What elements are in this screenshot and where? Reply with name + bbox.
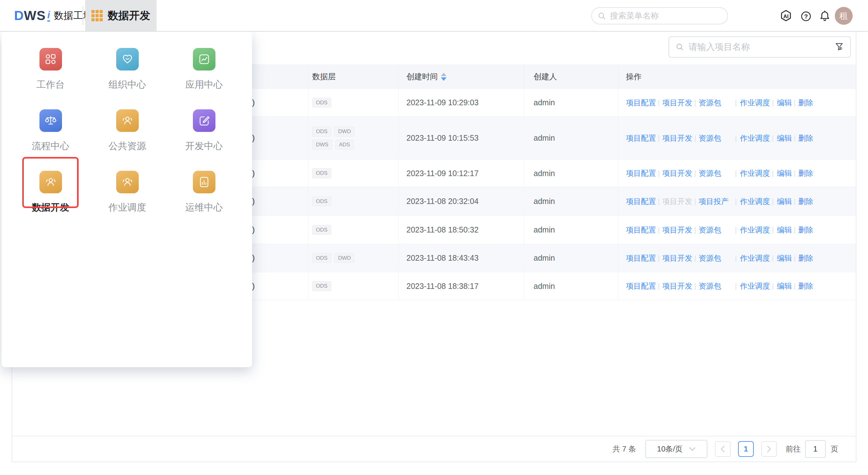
data-layer-tag: ODS: [312, 98, 331, 108]
avatar[interactable]: 租: [835, 7, 852, 25]
action-link[interactable]: 项目配置: [626, 253, 656, 263]
action-link[interactable]: 删除: [798, 98, 813, 108]
chart-icon: [198, 176, 210, 188]
current-page-button[interactable]: 1: [738, 441, 754, 457]
action-link[interactable]: 删除: [798, 281, 813, 291]
help-icon[interactable]: ?: [799, 9, 813, 23]
cell-actions: 项目配置|项目开发|资源包|作业调度|编辑|删除: [618, 244, 856, 272]
data-layer-tag: ODS: [312, 197, 331, 206]
action-separator: |: [792, 99, 799, 107]
action-separator: |: [692, 282, 699, 290]
action-link[interactable]: 项目配置: [626, 168, 656, 178]
apps-grid-icon: [91, 10, 103, 21]
action-link[interactable]: 删除: [798, 133, 813, 143]
ai-assistant-icon[interactable]: AI: [778, 9, 794, 24]
action-link[interactable]: 资源包: [699, 253, 721, 263]
sort-carets[interactable]: [441, 73, 446, 81]
action-separator: |: [692, 134, 699, 142]
project-search-input[interactable]: 请输入项目名称: [669, 36, 851, 58]
action-separator: |: [770, 134, 777, 142]
app-icon-tile: [116, 171, 139, 193]
heart-icon: [121, 53, 134, 65]
cell-actions: 项目配置|项目开发|资源包|作业调度|编辑|删除: [618, 117, 856, 159]
action-link[interactable]: 作业调度: [740, 168, 770, 178]
app-menu-item[interactable]: 工作台: [12, 48, 89, 91]
goto-label: 前往: [786, 444, 801, 454]
action-link[interactable]: 项目投产: [699, 197, 728, 206]
action-separator: |: [656, 169, 663, 177]
next-page-button[interactable]: [761, 441, 777, 457]
action-link[interactable]: 编辑: [777, 168, 792, 178]
menu-search-placeholder: 搜索菜单名称: [610, 10, 659, 21]
menu-search-input[interactable]: 搜索菜单名称: [591, 7, 728, 24]
app-menu-item[interactable]: 开发中心: [166, 109, 242, 153]
cell-created-time: 2023-11-08 18:38:17: [399, 272, 524, 300]
active-app-tab[interactable]: 数据开发: [85, 0, 157, 31]
action-link[interactable]: 项目配置: [626, 281, 656, 291]
action-link[interactable]: 资源包: [699, 225, 721, 235]
people-icon: [121, 176, 134, 188]
data-layer-tag: ODS: [312, 168, 331, 178]
action-link[interactable]: 项目配置: [626, 197, 656, 206]
prev-page-button[interactable]: [715, 441, 731, 457]
action-link[interactable]: 资源包: [699, 98, 721, 108]
app-menu-item[interactable]: 公共资源: [89, 109, 166, 153]
cell-creator: admin: [524, 272, 618, 300]
action-separator: |: [692, 226, 699, 234]
top-bar: DWS i 数据工坊 数据开发 搜索菜单名称 AI ? 租: [0, 0, 868, 32]
action-link[interactable]: 编辑: [777, 225, 792, 235]
action-separator: |: [792, 169, 799, 177]
action-separator: |: [733, 198, 740, 206]
action-link[interactable]: 作业调度: [740, 98, 770, 108]
action-separator: |: [733, 254, 740, 262]
goto-page-input[interactable]: 1: [805, 440, 826, 458]
action-link[interactable]: 作业调度: [740, 133, 770, 143]
logo: DWS i 数据工坊: [14, 0, 93, 31]
action-link[interactable]: 编辑: [777, 197, 792, 206]
action-link[interactable]: 项目配置: [626, 133, 656, 143]
notification-bell-icon[interactable]: [818, 9, 832, 23]
action-separator: |: [770, 169, 777, 177]
app-menu-item-label: 运维中心: [185, 201, 223, 214]
action-link[interactable]: 项目开发: [662, 168, 692, 178]
action-link[interactable]: 作业调度: [740, 225, 770, 235]
page-size-select[interactable]: 10条/页: [645, 440, 707, 458]
action-link[interactable]: 项目开发: [662, 281, 692, 291]
action-link[interactable]: 资源包: [699, 168, 721, 178]
action-link[interactable]: 资源包: [699, 133, 721, 143]
app-menu-item[interactable]: 组织中心: [89, 48, 166, 91]
header-creator: 创建人: [524, 64, 618, 89]
sort-asc-icon[interactable]: [441, 73, 446, 76]
action-link[interactable]: 项目开发: [662, 98, 692, 108]
app-icon-tile: [193, 109, 215, 132]
filter-icon[interactable]: [835, 42, 844, 52]
data-layer-tag: ADS: [335, 140, 354, 150]
app-menu-item[interactable]: 作业调度: [89, 171, 166, 214]
app-menu-item[interactable]: 流程中心: [12, 109, 89, 153]
action-link[interactable]: 删除: [798, 197, 813, 206]
action-link[interactable]: 编辑: [777, 253, 792, 263]
action-link[interactable]: 资源包: [699, 281, 721, 291]
active-app-label: 数据开发: [108, 8, 150, 23]
people-icon: [121, 114, 134, 127]
action-link[interactable]: 项目配置: [626, 225, 656, 235]
action-link[interactable]: 项目配置: [626, 98, 656, 108]
action-link[interactable]: 作业调度: [740, 253, 770, 263]
action-link[interactable]: 编辑: [777, 98, 792, 108]
sort-desc-icon[interactable]: [441, 78, 446, 81]
action-link[interactable]: 删除: [798, 253, 813, 263]
action-link[interactable]: 删除: [798, 168, 813, 178]
action-link[interactable]: 项目开发: [662, 253, 692, 263]
app-menu-item[interactable]: 运维中心: [166, 171, 242, 214]
action-link[interactable]: 删除: [798, 225, 813, 235]
action-link[interactable]: 作业调度: [740, 281, 770, 291]
action-link[interactable]: 编辑: [777, 281, 792, 291]
cell-creator: admin: [524, 244, 618, 272]
action-link[interactable]: 项目开发: [662, 225, 692, 235]
app-menu-item[interactable]: 数据开发: [12, 171, 89, 214]
app-menu-item[interactable]: 应用中心: [166, 48, 242, 91]
header-created-time[interactable]: 创建时间: [399, 64, 524, 89]
action-link[interactable]: 作业调度: [740, 197, 770, 206]
action-link[interactable]: 编辑: [777, 133, 792, 143]
action-link[interactable]: 项目开发: [662, 133, 692, 143]
